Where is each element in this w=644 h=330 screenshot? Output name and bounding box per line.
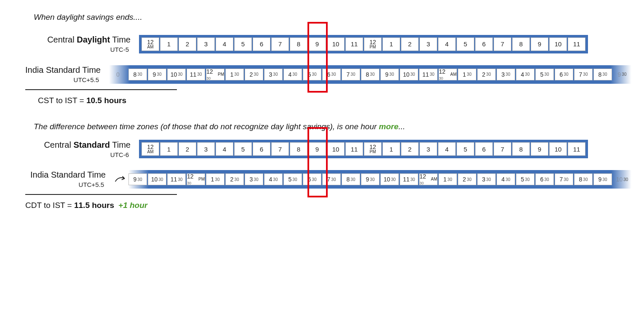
time-cell: 930 (380, 69, 399, 80)
time-cell: 830 (361, 69, 379, 80)
time-cell: 7 (494, 142, 511, 156)
time-cell: 130 (206, 173, 224, 185)
time-cell: 5 (234, 142, 252, 156)
time-cell: 10 (327, 142, 345, 156)
time-cell: 830 (342, 173, 360, 185)
time-cell: 4 (216, 142, 233, 156)
time-cell: 130 (458, 69, 476, 80)
time-cell: 1 (382, 142, 400, 156)
intro-text-2: The difference between time zones (of th… (34, 122, 631, 131)
time-cell: 530 (283, 173, 302, 185)
time-cell: 230 (245, 69, 263, 80)
time-cell: 930 (128, 173, 147, 185)
divider-1 (25, 89, 177, 90)
time-cell: 1130 (187, 69, 205, 80)
time-cell: 430 (497, 173, 515, 185)
time-cell: 11 (568, 142, 585, 156)
time-cell: 630 (303, 173, 321, 185)
time-cell: 5 (457, 142, 474, 156)
time-cell: 12 30AM (419, 173, 438, 185)
time-cell: 12 30PM (187, 173, 205, 185)
time-cell: 930 (593, 173, 612, 185)
time-cell: 1030 (380, 173, 399, 185)
time-cell: 12 30PM (206, 69, 224, 80)
time-cell: 8 (290, 142, 307, 156)
time-cell: 1 (160, 142, 178, 156)
time-cell: 8 (512, 142, 530, 156)
time-cell: 5 (457, 37, 474, 51)
time-cell: 2 (401, 37, 419, 51)
label-ist-b: India Standard Time UTC+5.5 (4, 170, 114, 189)
time-cell: 630 (535, 173, 554, 185)
divider-2 (25, 194, 177, 195)
time-cell: 8 (290, 37, 307, 51)
time-cell: 730 (555, 173, 573, 185)
time-cell: 7 (271, 142, 289, 156)
time-cell: 9 (531, 142, 548, 156)
result-1: CST to IST = 10.5 hours (38, 96, 631, 105)
time-cell: 1130 (167, 173, 186, 185)
time-cell: 1130 (400, 173, 418, 185)
time-cell: 6 (475, 37, 493, 51)
time-cell: 4 (438, 37, 456, 51)
time-cell: 1030 (400, 69, 418, 80)
row-ist-b: India Standard Time UTC+5.5 930103011301… (4, 170, 631, 189)
timeline-cst: 12AM123456789101112PM1234567891011 (139, 140, 588, 158)
time-cell: 930 (148, 69, 166, 80)
time-cell: 12 30AM (438, 69, 457, 80)
block-dst-ends: Central Daylight Time UTC-5 12AM12345678… (13, 35, 631, 84)
row-ist-a: India Standard Time UTC+5.5 083093010301… (4, 65, 631, 84)
time-cell: 11 (345, 37, 363, 51)
time-cell: 12AM (142, 142, 159, 156)
time-cell: 830 (128, 69, 147, 80)
time-cell: 730 (322, 173, 341, 185)
time-cell: 4 (216, 37, 233, 51)
time-cell: 130 (225, 69, 244, 80)
time-cell: 1 (160, 37, 178, 51)
time-cell: 330 (264, 69, 283, 80)
time-cell: 730 (342, 69, 360, 80)
time-cell: 4 (438, 142, 456, 156)
time-cell: 3 (420, 142, 437, 156)
time-cell: 730 (574, 69, 593, 80)
time-cell: 430 (264, 173, 283, 185)
time-cell: 1 (382, 37, 400, 51)
time-cell: 3 (197, 142, 215, 156)
time-cell: 530 (303, 69, 321, 80)
time-cell: 9 (308, 37, 326, 51)
time-cell: 3 (420, 37, 437, 51)
time-cell: 430 (283, 69, 302, 80)
time-cell: 830 (574, 173, 593, 185)
time-cell: 1030 (613, 173, 631, 185)
time-cell: 6 (475, 142, 493, 156)
time-cell: 6 (253, 142, 270, 156)
time-cell: 11 (345, 142, 363, 156)
time-cell: 8 (512, 37, 530, 51)
time-cell: 0 (109, 69, 128, 80)
row-cdt: Central Daylight Time UTC-5 12AM12345678… (13, 35, 631, 54)
time-cell: 930 (361, 173, 379, 185)
intro-text-1: When daylight savings ends.... (34, 13, 631, 22)
time-cell: 530 (535, 69, 554, 80)
row-cst: Central Standard Time UTC-6 12AM12345678… (13, 140, 631, 159)
page: When daylight savings ends.... Central D… (0, 0, 644, 330)
time-cell: 3 (197, 37, 215, 51)
time-cell: 2 (179, 142, 196, 156)
time-cell: 1130 (419, 69, 438, 80)
timeline-cdt: 12AM123456789101112PM1234567891011 (139, 35, 588, 53)
result-2: CDT to IST = 11.5 hours+1 hour (25, 201, 631, 210)
time-cell: 10 (327, 37, 345, 51)
time-cell: 130 (438, 173, 457, 185)
time-cell: 10 (549, 142, 567, 156)
timeline-ist-b: 9301030113012 30PM1302303304305306307308… (128, 170, 631, 189)
time-cell: 6 (253, 37, 270, 51)
time-cell: 230 (458, 173, 476, 185)
block-standard: Central Standard Time UTC-6 12AM12345678… (13, 140, 631, 189)
label-cdt: Central Daylight Time UTC-5 (13, 35, 139, 54)
time-cell: 5 (234, 37, 252, 51)
time-cell: 10 (549, 37, 567, 51)
time-cell: 1030 (148, 173, 166, 185)
time-cell: 330 (245, 173, 263, 185)
shift-arrow-icon (114, 174, 128, 184)
time-cell: 630 (555, 69, 573, 80)
